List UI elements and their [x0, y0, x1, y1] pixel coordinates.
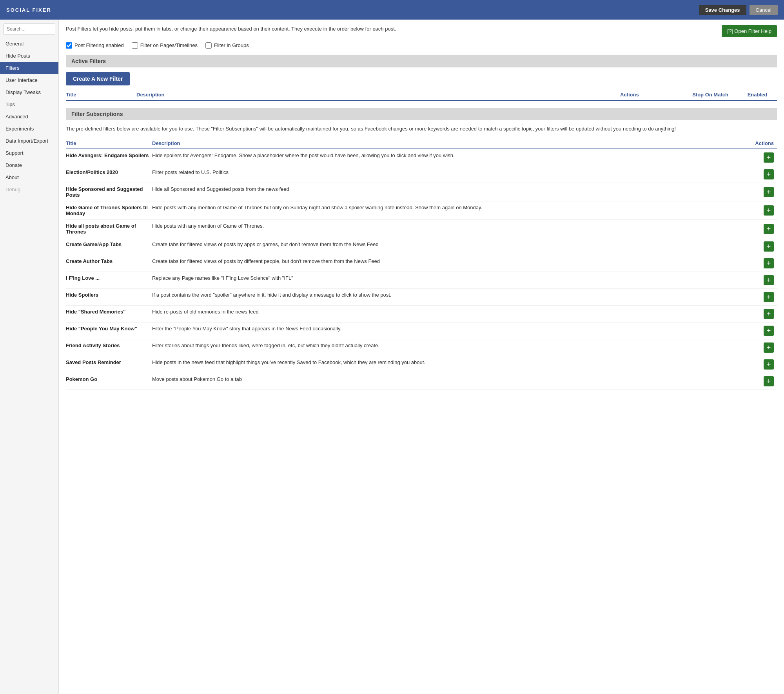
filter-options: Post Filtering enabled Filter on Pages/T…: [66, 42, 777, 49]
sidebar-item-tips[interactable]: Tips: [0, 98, 58, 111]
subscription-add-button[interactable]: +: [764, 187, 774, 197]
subscription-row: Saved Posts ReminderHide posts in the ne…: [66, 356, 777, 373]
app-header: SOCIAL FIXER Save Changes Cancel: [0, 0, 784, 20]
subscription-add-button[interactable]: +: [764, 205, 774, 216]
header-buttons: Save Changes Cancel: [699, 5, 778, 15]
sidebar-item-about[interactable]: About: [0, 171, 58, 183]
post-filtering-enabled-label: Post Filtering enabled: [74, 42, 124, 48]
filter-in-groups-checkbox[interactable]: [205, 42, 212, 49]
subscription-action-cell: +: [755, 183, 777, 201]
subscription-row: Hide SpoilersIf a post contains the word…: [66, 289, 777, 306]
subscription-description: Hide all Sponsored and Suggested posts f…: [152, 183, 755, 201]
subscription-add-button[interactable]: +: [764, 275, 774, 285]
subscriptions-description: The pre-defined filters below are availa…: [66, 125, 777, 133]
sub-col-description: Description: [152, 138, 755, 149]
subscription-row: Hide Game of Thrones Spoilers til Monday…: [66, 201, 777, 220]
subscription-action-cell: +: [755, 289, 777, 306]
sidebar-item-display-tweaks[interactable]: Display Tweaks: [0, 86, 58, 98]
subscription-description: Create tabs for filtered views of posts …: [152, 255, 755, 272]
sidebar-item-user-interface[interactable]: User Interface: [0, 74, 58, 86]
search-input[interactable]: [3, 24, 55, 34]
subscription-row: Pokemon GoMove posts about Pokemon Go to…: [66, 373, 777, 390]
subscription-title: Hide Spoilers: [66, 289, 152, 306]
subscription-description: Hide posts in the news feed that highlig…: [152, 356, 755, 373]
main-layout: GeneralHide PostsFiltersUser InterfaceDi…: [0, 20, 784, 694]
subscription-action-cell: +: [755, 272, 777, 289]
subscription-title: Create Game/App Tabs: [66, 238, 152, 255]
cancel-button[interactable]: Cancel: [750, 5, 778, 15]
subscription-title: Hide "People You May Know": [66, 323, 152, 339]
subscription-title: Hide Sponsored and Suggested Posts: [66, 183, 152, 201]
subscription-description: Filter posts related to U.S. Politics: [152, 166, 755, 183]
subscription-add-button[interactable]: +: [764, 241, 774, 252]
subscription-action-cell: +: [755, 339, 777, 356]
subscriptions-table-header: Title Description Actions: [66, 138, 777, 149]
subscription-row: Friend Activity StoriesFilter stories ab…: [66, 339, 777, 356]
subscription-add-button[interactable]: +: [764, 326, 774, 336]
subscription-row: I F'ing Love ...Replace any Page names l…: [66, 272, 777, 289]
subscription-action-cell: +: [755, 306, 777, 323]
subscription-action-cell: +: [755, 373, 777, 390]
sidebar-item-advanced[interactable]: Advanced: [0, 111, 58, 123]
subscription-row: Hide "Shared Memories"Hide re-posts of o…: [66, 306, 777, 323]
subscription-row: Hide Sponsored and Suggested PostsHide a…: [66, 183, 777, 201]
subscription-add-button[interactable]: +: [764, 376, 774, 386]
col-title: Title: [66, 92, 136, 98]
save-changes-button[interactable]: Save Changes: [699, 5, 746, 15]
subscriptions-table: Title Description Actions Hide Avengers:…: [66, 138, 777, 390]
subscription-row: Hide "People You May Know"Filter the "Pe…: [66, 323, 777, 339]
subscription-row: Create Game/App TabsCreate tabs for filt…: [66, 238, 777, 255]
subscription-add-button[interactable]: +: [764, 309, 774, 319]
create-new-filter-button[interactable]: Create A New Filter: [66, 72, 130, 85]
subscription-add-button[interactable]: +: [764, 342, 774, 353]
subscription-title: Friend Activity Stories: [66, 339, 152, 356]
subscription-description: Hide posts with any mention of Game of T…: [152, 201, 755, 220]
col-enabled: Enabled: [738, 92, 777, 98]
subscription-title: Hide all posts about Game of Thrones: [66, 220, 152, 238]
filter-in-groups-label: Filter in Groups: [214, 42, 249, 48]
subscription-add-button[interactable]: +: [764, 359, 774, 370]
sidebar-item-donate[interactable]: Donate: [0, 159, 58, 171]
post-filtering-enabled-checkbox[interactable]: [66, 42, 72, 49]
filter-subscriptions-section-header: Filter Subscriptions: [66, 108, 777, 120]
sidebar-item-experiments[interactable]: Experiments: [0, 123, 58, 135]
filter-on-pages-label: Filter on Pages/Timelines: [140, 42, 198, 48]
sidebar-item-hide-posts[interactable]: Hide Posts: [0, 50, 58, 62]
subscription-action-cell: +: [755, 201, 777, 220]
subscription-action-cell: +: [755, 149, 777, 166]
col-description: Description: [136, 92, 620, 98]
sidebar-item-debug: Debug: [0, 183, 58, 196]
subscription-add-button[interactable]: +: [764, 152, 774, 163]
sidebar: GeneralHide PostsFiltersUser InterfaceDi…: [0, 20, 59, 694]
subscription-title: Create Author Tabs: [66, 255, 152, 272]
active-filters-table-header: Title Description Actions Stop On Match …: [66, 92, 777, 101]
subscription-add-button[interactable]: +: [764, 224, 774, 234]
sub-col-actions: Actions: [755, 138, 777, 149]
filters-description: Post Filters let you hide posts, put the…: [66, 25, 715, 33]
subscription-description: If a post contains the word "spoiler" an…: [152, 289, 755, 306]
sidebar-item-data-import-export[interactable]: Data Import/Export: [0, 135, 58, 147]
open-filter-help-button[interactable]: [?] Open Filter Help: [722, 25, 777, 37]
content-area: Post Filters let you hide posts, put the…: [59, 20, 784, 694]
subscription-title: Saved Posts Reminder: [66, 356, 152, 373]
sidebar-item-general[interactable]: General: [0, 38, 58, 50]
subscription-action-cell: +: [755, 238, 777, 255]
subscription-add-button[interactable]: +: [764, 292, 774, 302]
sidebar-item-support[interactable]: Support: [0, 147, 58, 159]
subscription-action-cell: +: [755, 356, 777, 373]
subscription-action-cell: +: [755, 255, 777, 272]
subscription-action-cell: +: [755, 323, 777, 339]
subscription-description: Hide spoilers for Avengers: Endgame. Sho…: [152, 149, 755, 166]
filter-on-pages-checkbox[interactable]: [132, 42, 138, 49]
filter-on-pages-option: Filter on Pages/Timelines: [132, 42, 198, 49]
subscription-row: Hide all posts about Game of ThronesHide…: [66, 220, 777, 238]
subscription-add-button[interactable]: +: [764, 169, 774, 179]
subscription-row: Create Author TabsCreate tabs for filter…: [66, 255, 777, 272]
subscription-add-button[interactable]: +: [764, 258, 774, 268]
post-filtering-enabled-option: Post Filtering enabled: [66, 42, 124, 49]
sidebar-item-filters[interactable]: Filters: [0, 62, 58, 74]
subscription-description: Move posts about Pokemon Go to a tab: [152, 373, 755, 390]
subscription-description: Filter the "People You May Know" story t…: [152, 323, 755, 339]
filter-in-groups-option: Filter in Groups: [205, 42, 249, 49]
subscription-title: Hide "Shared Memories": [66, 306, 152, 323]
